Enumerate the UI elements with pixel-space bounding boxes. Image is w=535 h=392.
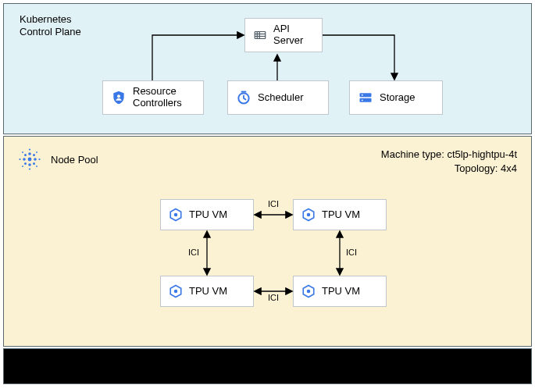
svg-point-15	[34, 158, 37, 161]
tpu-vm-label: TPU VM	[189, 286, 227, 298]
svg-point-29	[174, 213, 178, 217]
svg-point-27	[36, 166, 37, 167]
svg-point-35	[307, 290, 311, 294]
scheduler-label: Scheduler	[258, 92, 304, 104]
svg-rect-0	[255, 32, 266, 39]
clock-icon	[236, 90, 251, 105]
cp-title-line2: Control Plane	[20, 26, 81, 37]
svg-point-22	[19, 159, 20, 160]
storage-icon	[358, 90, 373, 105]
svg-point-13	[28, 163, 31, 166]
svg-point-10	[362, 99, 363, 101]
tpu-vm-box: TPU VM	[160, 199, 254, 230]
svg-point-11	[28, 158, 32, 162]
svg-point-24	[22, 151, 23, 153]
hexagon-icon	[301, 208, 316, 222]
resource-controllers-box: ResourceControllers	[102, 80, 204, 115]
cp-title-line1: Kubernetes	[20, 13, 72, 25]
ici-label: ICI	[188, 248, 199, 257]
topology-label: Topology: 4x4	[455, 162, 517, 174]
hexagon-icon	[169, 208, 183, 222]
node-pool-title: Node Pool	[51, 154, 98, 166]
svg-rect-7	[360, 93, 372, 97]
svg-point-23	[38, 159, 40, 160]
ici-label: ICI	[268, 199, 279, 208]
ici-label: ICI	[268, 293, 279, 302]
api-server-label: APIServer	[273, 23, 303, 47]
tpu-vm-label: TPU VM	[322, 209, 360, 221]
api-server-icon	[253, 28, 267, 42]
resource-controllers-label: ResourceControllers	[133, 86, 182, 109]
tpu-vm-box: TPU VM	[293, 199, 387, 230]
storage-label: Storage	[380, 92, 416, 104]
tpu-vm-box: TPU VM	[293, 276, 387, 307]
svg-point-9	[362, 94, 363, 96]
ici-label: ICI	[346, 248, 357, 257]
scheduler-box: Scheduler	[227, 80, 329, 115]
tpu-vm-label: TPU VM	[322, 286, 360, 298]
svg-point-5	[117, 94, 120, 98]
tpu-vm-label: TPU VM	[189, 209, 227, 221]
svg-point-31	[307, 213, 311, 217]
svg-point-12	[28, 152, 31, 155]
svg-point-18	[24, 162, 27, 165]
control-plane-panel: Kubernetes Control Plane APIServer Resou…	[3, 3, 532, 134]
node-pool-meta: Machine type: ct5lp-hightpu-4t Topology:…	[381, 148, 517, 175]
svg-point-26	[22, 166, 23, 167]
control-plane-title: Kubernetes Control Plane	[20, 13, 81, 39]
machine-type-label: Machine type: ct5lp-hightpu-4t	[381, 148, 517, 160]
node-pool-icon	[18, 148, 41, 171]
shield-user-icon	[111, 90, 127, 105]
svg-point-21	[29, 168, 30, 169]
hexagon-icon	[169, 284, 183, 298]
bottom-strip	[3, 348, 532, 384]
svg-rect-8	[360, 98, 372, 102]
storage-box: Storage	[349, 80, 443, 115]
api-server-box: APIServer	[244, 18, 323, 52]
svg-point-19	[33, 162, 35, 165]
svg-point-33	[174, 290, 178, 294]
svg-point-14	[23, 158, 26, 161]
svg-point-20	[29, 148, 30, 150]
svg-point-16	[24, 154, 27, 156]
hexagon-icon	[301, 284, 316, 298]
tpu-vm-box: TPU VM	[160, 276, 254, 307]
svg-point-25	[36, 151, 37, 153]
svg-point-17	[33, 154, 35, 156]
node-pool-panel: Node Pool Machine type: ct5lp-hightpu-4t…	[3, 136, 532, 347]
